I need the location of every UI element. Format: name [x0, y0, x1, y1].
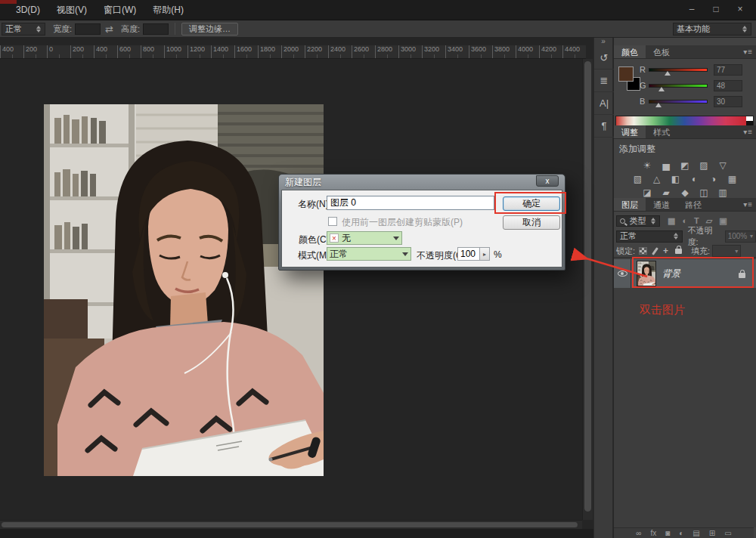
- menu-item[interactable]: 视图(V): [48, 0, 95, 20]
- panel-dock-icon[interactable]: ¶: [594, 115, 614, 138]
- layer-filter-icon[interactable]: ▦: [668, 216, 675, 226]
- maximize-button[interactable]: □: [706, 3, 726, 16]
- tab-styles[interactable]: 样式: [646, 125, 677, 138]
- background-layer-row[interactable]: 背景: [614, 259, 756, 288]
- close-button[interactable]: ×: [730, 3, 750, 16]
- slider-handle[interactable]: [658, 87, 665, 91]
- adjustment-icon[interactable]: ◫: [697, 187, 711, 199]
- eye-icon[interactable]: [618, 271, 627, 277]
- ruler-tick: 1800: [258, 45, 281, 58]
- panel-dock-icon[interactable]: A|: [594, 92, 614, 115]
- panel-menu-icon[interactable]: ▾≡: [743, 48, 753, 56]
- visibility-cell[interactable]: [614, 259, 631, 288]
- green-slider-track[interactable]: [649, 84, 708, 88]
- ruler-tick: 3200: [422, 45, 445, 58]
- statusbar-strip: [0, 529, 593, 538]
- layers-footer-icon[interactable]: ◙: [665, 528, 670, 538]
- blue-channel-slider: B 30: [640, 95, 754, 107]
- refine-edge-button[interactable]: 调整边缘…: [181, 23, 238, 36]
- chevron-updown-icon: [674, 233, 679, 240]
- layer-color-select[interactable]: × 无: [327, 231, 402, 245]
- ruler-tick: 400: [94, 45, 117, 58]
- slider-handle[interactable]: [655, 103, 662, 107]
- panel-menu-icon[interactable]: ▾≡: [743, 200, 753, 209]
- blend-mode-select[interactable]: 正常: [616, 230, 683, 243]
- panel-menu-icon[interactable]: ▾≡: [743, 128, 753, 136]
- new-layer-dialog: 新建图层 x 名称(N): 确定 使用前一图层创建剪贴蒙版(P) 取消 颜色(C…: [278, 174, 565, 271]
- adjustment-icon[interactable]: ▦: [726, 174, 739, 185]
- layer-name-input[interactable]: [327, 196, 494, 210]
- ok-button[interactable]: 确定: [503, 196, 560, 211]
- blend-mode-dialog-select[interactable]: 正常: [327, 247, 411, 261]
- layers-footer-icon[interactable]: fx: [650, 528, 656, 538]
- red-slider-track[interactable]: [649, 68, 708, 72]
- vertical-scrollbar-thumb[interactable]: [584, 61, 591, 512]
- tab-layers[interactable]: 图层: [614, 198, 646, 211]
- blue-slider-track[interactable]: [649, 100, 708, 104]
- lock-all-icon[interactable]: [675, 249, 682, 254]
- tab-channels[interactable]: 通道: [646, 198, 677, 211]
- adjustment-icon[interactable]: ▨: [697, 160, 711, 172]
- tab-paths[interactable]: 路径: [677, 198, 709, 211]
- layer-filter-icon[interactable]: ◐: [682, 216, 687, 226]
- layers-footer-icon[interactable]: ▤: [692, 528, 699, 538]
- red-value-input[interactable]: 77: [714, 64, 742, 76]
- adjustment-icon[interactable]: ◪: [640, 187, 654, 199]
- adjustment-icon[interactable]: ◐: [688, 174, 702, 185]
- horizontal-scrollbar-thumb[interactable]: [2, 522, 578, 527]
- tab-adjustments[interactable]: 调整: [614, 125, 646, 138]
- adjustment-icon[interactable]: ▽: [716, 160, 730, 172]
- horizontal-scrollbar[interactable]: [0, 520, 582, 529]
- adjustment-icon[interactable]: ◧: [669, 174, 683, 185]
- layers-footer-icon[interactable]: ◐: [679, 528, 683, 538]
- workspace-select[interactable]: 基本功能: [673, 23, 751, 36]
- lock-position-icon[interactable]: +: [663, 247, 668, 255]
- opacity-value[interactable]: 100%▾: [725, 230, 756, 243]
- adjustment-icon[interactable]: ☀: [640, 160, 654, 172]
- opacity-label: 不透明度:: [687, 225, 722, 248]
- minimize-button[interactable]: –: [682, 3, 702, 16]
- blue-value-input[interactable]: 30: [714, 96, 742, 107]
- menu-item[interactable]: 窗口(W): [95, 0, 144, 20]
- swap-dimensions-icon[interactable]: ⇄: [105, 23, 113, 35]
- green-value-input[interactable]: 48: [714, 80, 742, 91]
- dialog-close-button[interactable]: x: [536, 175, 559, 187]
- style-select[interactable]: 正常: [2, 23, 45, 36]
- adjustment-icon[interactable]: ▥: [716, 187, 730, 199]
- layers-footer-icon[interactable]: ⊞: [709, 528, 715, 538]
- tab-swatches[interactable]: 色板: [646, 45, 677, 58]
- expand-panels-icon[interactable]: »: [594, 38, 612, 47]
- dialog-opacity-input[interactable]: [457, 247, 480, 261]
- clipping-mask-checkbox[interactable]: [328, 217, 337, 226]
- layers-footer-icon[interactable]: ∞: [636, 528, 641, 538]
- fill-value[interactable]: ▾: [712, 245, 741, 257]
- height-input[interactable]: [143, 23, 169, 35]
- adjustment-icon[interactable]: ▰: [659, 187, 673, 199]
- layer-filter-select[interactable]: 类型: [616, 215, 660, 227]
- slider-handle[interactable]: [665, 71, 671, 76]
- layer-thumbnail[interactable]: [637, 261, 656, 286]
- adjustment-icon[interactable]: ▅: [659, 160, 673, 172]
- document-image[interactable]: [44, 104, 324, 476]
- layers-footer-icon[interactable]: ▭: [724, 528, 731, 538]
- menu-item[interactable]: 帮助(H): [144, 0, 192, 20]
- adjustment-icon[interactable]: ◑: [707, 174, 720, 185]
- adjustment-icon[interactable]: ◆: [678, 187, 692, 199]
- width-input[interactable]: [75, 23, 101, 35]
- lock-paint-icon[interactable]: [652, 247, 658, 255]
- chevron-updown-icon: [742, 26, 748, 32]
- adjustment-icon[interactable]: △: [650, 174, 664, 185]
- opacity-spinner[interactable]: ▸: [480, 247, 490, 261]
- panel-dock-icon[interactable]: ≣: [594, 70, 614, 92]
- cancel-button[interactable]: 取消: [503, 215, 560, 230]
- menu-item[interactable]: 3D(D): [8, 0, 48, 20]
- height-label: 高度:: [121, 23, 140, 35]
- adjustment-icon[interactable]: ◩: [678, 160, 692, 172]
- layer-name[interactable]: 背景: [662, 267, 680, 280]
- tab-color[interactable]: 颜色: [614, 45, 646, 58]
- foreground-color-swatch[interactable]: [618, 66, 634, 82]
- panel-dock-icon[interactable]: ↺: [594, 47, 614, 70]
- adjustment-icon[interactable]: ▧: [631, 174, 645, 185]
- vertical-scrollbar[interactable]: [582, 59, 593, 520]
- lock-transparency-icon[interactable]: [639, 247, 647, 255]
